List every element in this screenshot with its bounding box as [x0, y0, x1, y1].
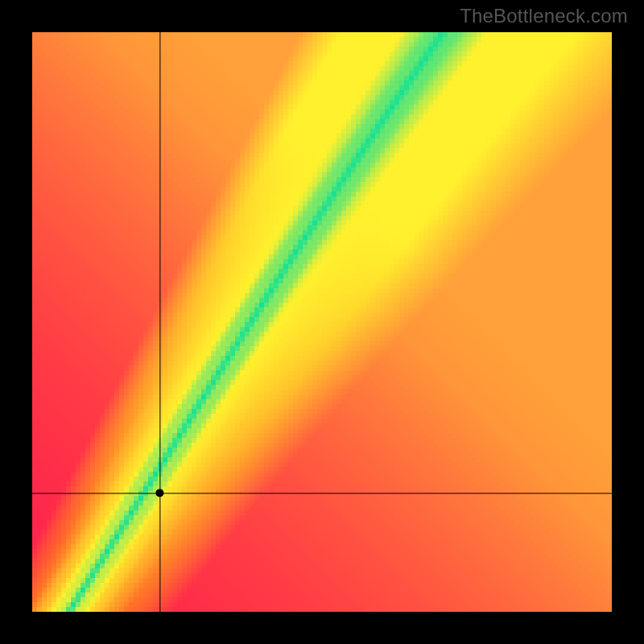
- watermark-text: TheBottleneck.com: [460, 5, 628, 27]
- heatmap-canvas: [32, 32, 612, 612]
- chart-stage: TheBottleneck.com: [0, 0, 644, 644]
